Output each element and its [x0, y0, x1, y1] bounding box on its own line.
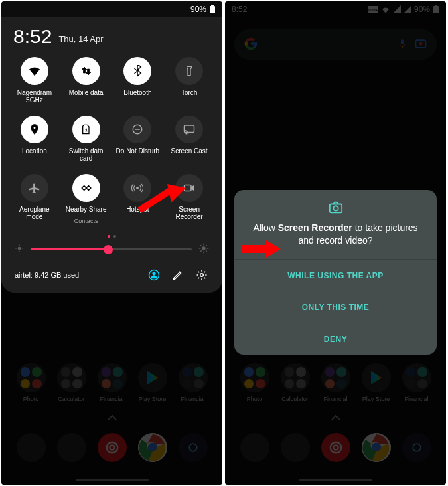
qs-tile-nearbyshare[interactable]: Nearby Share Contacts	[62, 174, 110, 224]
quick-settings-panel: 8:52 Thu, 14 Apr Nagendram 5GHz Mobile d…	[1, 17, 222, 293]
svg-line-30	[200, 245, 201, 246]
svg-point-36	[200, 274, 204, 277]
cast-icon	[175, 116, 203, 143]
permission-title: Allow Screen Recorder to take pictures a…	[248, 222, 423, 247]
svg-point-25	[202, 246, 205, 250]
qs-tile-dnd[interactable]: Do Not Disturb	[114, 116, 162, 162]
qs-date: Thu, 14 Apr	[58, 34, 103, 44]
qs-tile-switchsim[interactable]: 1 Switch data card	[62, 116, 110, 162]
brightness-low-icon	[15, 244, 24, 255]
svg-rect-12	[211, 5, 214, 6]
edit-icon[interactable]	[171, 268, 185, 282]
swap-icon	[72, 57, 100, 85]
airplane-icon	[21, 174, 48, 202]
dnd-icon	[123, 116, 151, 143]
qs-tile-screenrecorder[interactable]: Screen Recorder	[165, 174, 213, 224]
battery-percent: 90%	[190, 5, 206, 14]
permission-dialog: Allow Screen Recorder to take pictures a…	[234, 190, 437, 355]
hotspot-icon	[123, 174, 151, 202]
perm-option-only-this-time[interactable]: ONLY THIS TIME	[234, 291, 437, 323]
svg-rect-19	[185, 185, 192, 191]
status-bar-left: 90%	[1, 1, 222, 17]
qs-page-indicator	[11, 235, 213, 238]
sim-icon: 1	[72, 116, 100, 143]
svg-point-35	[153, 272, 156, 276]
flashlight-icon	[175, 57, 203, 85]
data-usage-text: airtel: 9.42 GB used	[15, 271, 79, 279]
svg-line-31	[206, 250, 206, 251]
qs-footer: airtel: 9.42 GB used	[11, 268, 213, 282]
brightness-thumb[interactable]	[104, 245, 113, 254]
svg-point-20	[18, 247, 21, 250]
svg-line-32	[200, 250, 201, 251]
svg-point-18	[137, 187, 139, 189]
qs-tile-torch[interactable]: Torch	[165, 57, 213, 104]
qs-tile-location[interactable]: Location	[11, 116, 58, 162]
battery-icon	[209, 5, 216, 14]
camera-permission-icon	[329, 201, 343, 215]
qs-tile-mobiledata[interactable]: Mobile data	[62, 57, 110, 104]
brightness-slider[interactable]	[11, 243, 213, 256]
nearby-share-icon	[72, 174, 100, 202]
location-icon	[21, 116, 48, 143]
svg-rect-17	[185, 125, 194, 133]
perm-option-deny[interactable]: DENY	[234, 323, 437, 355]
phone-right: 8:52 VoWiFi 90% Photo Calculator Financi…	[225, 1, 446, 485]
bluetooth-icon	[123, 57, 151, 85]
qs-clock: 8:52	[13, 27, 52, 46]
qs-tile-airplane[interactable]: Aeroplane mode	[11, 174, 58, 224]
qs-tile-bluetooth[interactable]: Bluetooth	[114, 57, 162, 104]
settings-gear-icon[interactable]	[194, 268, 209, 282]
qs-tile-hotspot[interactable]: Hotspot	[114, 174, 162, 224]
user-icon[interactable]	[147, 268, 161, 282]
perm-option-while-using[interactable]: WHILE USING THE APP	[234, 259, 437, 291]
screen-recorder-icon	[175, 174, 203, 202]
phone-left: Photo Calculator Financial Play Store	[1, 1, 222, 485]
svg-text:1: 1	[85, 128, 88, 132]
svg-line-33	[206, 245, 206, 246]
svg-point-13	[33, 127, 36, 129]
wifi-icon	[21, 57, 48, 85]
svg-point-61	[333, 206, 338, 210]
svg-rect-11	[210, 6, 215, 13]
qs-tile-wifi[interactable]: Nagendram 5GHz	[11, 57, 58, 104]
qs-tile-cast[interactable]: Screen Cast	[165, 116, 213, 162]
brightness-high-icon	[198, 243, 209, 256]
